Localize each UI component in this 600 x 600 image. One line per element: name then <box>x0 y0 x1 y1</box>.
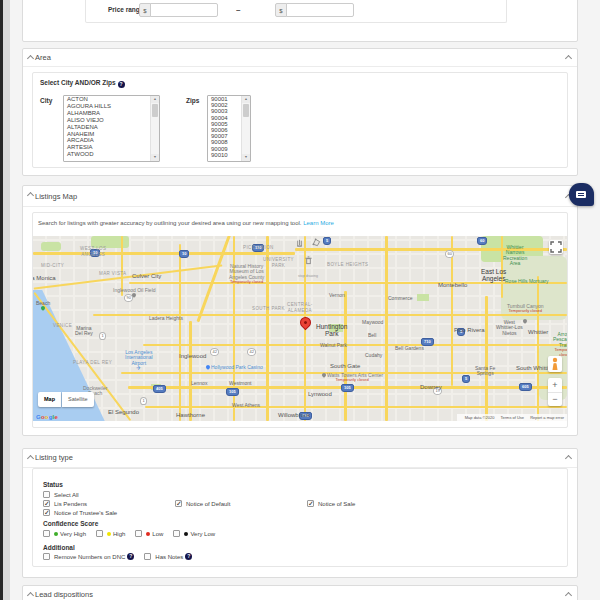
help-icon[interactable]: ? <box>118 81 125 88</box>
map-label: Rose Hills Mortuary <box>505 273 549 284</box>
checkbox-notice-of-trustees-sale[interactable]: Notice of Trustee's Sale <box>43 509 117 516</box>
city-option[interactable]: ANAHEIM <box>64 131 159 138</box>
notice-of-default-checkbox[interactable] <box>175 500 182 507</box>
additional-checkbox[interactable] <box>144 553 151 560</box>
scroll-thumb[interactable] <box>243 104 249 117</box>
zoom-in-button[interactable]: + <box>548 378 562 392</box>
confidence-checkbox[interactable] <box>43 530 50 537</box>
help-icon[interactable]: ? <box>185 553 192 560</box>
google-logo: Google <box>36 414 58 420</box>
checkbox-lis-pendens[interactable]: Lis Pendens <box>43 500 87 507</box>
map-pin-icon <box>126 366 152 372</box>
help-icon[interactable]: ? <box>127 553 134 560</box>
scroll-thumb[interactable] <box>152 104 158 117</box>
scroll-down-icon[interactable]: ▼ <box>151 154 159 161</box>
select-all-checkbox[interactable] <box>43 491 50 498</box>
price-max-input[interactable] <box>286 3 354 17</box>
collapse-chevron-icon[interactable] <box>565 55 572 62</box>
map-button[interactable]: Map <box>38 392 61 407</box>
terms-of-use-link[interactable]: Terms of Use <box>501 415 525 420</box>
map-label-text: El Segundo <box>108 409 139 415</box>
satellite-button[interactable]: Satellite <box>62 392 94 407</box>
scroll-down-icon[interactable]: ▼ <box>242 154 250 161</box>
map-label-text: East Los Angeles <box>481 268 506 282</box>
collapse-chevron-icon[interactable] <box>27 592 34 599</box>
map-label-text: Santa Fe Springs <box>475 365 495 377</box>
map-type-control[interactable]: Map Satellite <box>38 392 94 407</box>
additional-checkbox[interactable] <box>43 553 50 560</box>
draw-shape-icon[interactable] <box>312 238 321 247</box>
report-map-error-link[interactable]: Report a map error <box>530 415 564 420</box>
collapse-chevron-icon[interactable] <box>27 192 34 199</box>
confidence-checkbox[interactable] <box>96 530 103 537</box>
city-label: City <box>40 97 52 104</box>
price-min-input[interactable] <box>150 3 218 17</box>
zips-scrollbar[interactable]: ▲ ▼ <box>241 96 250 161</box>
checkbox-label: Very High <box>60 531 86 537</box>
confidence-checkbox[interactable] <box>135 530 142 537</box>
confidence-checkbox-item[interactable]: Low <box>135 530 163 537</box>
confidence-checkbox-item[interactable]: High <box>96 530 125 537</box>
chat-widget-button[interactable] <box>569 183 594 206</box>
map-label: Cudahy <box>365 347 382 358</box>
collapse-chevron-icon[interactable] <box>27 55 34 62</box>
map-label: Pico Rivera <box>454 320 485 333</box>
confidence-checkbox-item[interactable]: Very High <box>43 530 86 537</box>
map-label: Ladera Heights <box>149 310 183 321</box>
map-label: Inglewood Oil Field <box>113 282 156 299</box>
notice-of-trustees-sale-checkbox[interactable] <box>43 509 50 516</box>
collapse-chevron-icon[interactable] <box>565 455 572 462</box>
map-pin-icon <box>40 305 46 311</box>
checkbox-select-all[interactable]: Select All <box>43 491 79 498</box>
scroll-up-icon[interactable]: ▲ <box>242 96 250 103</box>
map-label-text: Willowbrook <box>278 412 310 418</box>
zoom-out-button[interactable]: − <box>548 392 562 406</box>
checkbox-notice-of-sale[interactable]: Notice of Sale <box>307 500 355 507</box>
city-option[interactable]: ALHAMBRA <box>64 110 159 117</box>
notice-of-sale-checkbox[interactable] <box>307 500 314 507</box>
city-scrollbar[interactable]: ▲ ▼ <box>150 96 159 161</box>
additional-checkbox-item[interactable]: Remove Numbers on DNC ? <box>43 553 134 560</box>
map-label-text: Los Angeles International Airport <box>125 349 153 366</box>
city-option[interactable]: ATWOOD <box>64 151 159 158</box>
map-data-text: Map data ©2020 <box>465 415 495 420</box>
city-option[interactable]: ALTADENA <box>64 124 159 131</box>
collapse-chevron-icon[interactable] <box>565 592 572 599</box>
confidence-checkbox-item[interactable]: Very Low <box>173 530 215 537</box>
collapse-chevron-icon[interactable] <box>27 455 34 462</box>
checkbox-notice-of-default[interactable]: Notice of Default <box>175 500 230 507</box>
city-option[interactable]: AGOURA HILLS <box>64 103 159 110</box>
map-label: Westmont <box>229 375 251 386</box>
map-attribution: Map data ©2020 Terms of Use Report a map… <box>457 414 567 421</box>
zips-listbox[interactable]: 9000190002900039000490005900069000790008… <box>207 95 251 162</box>
additional-checkbox-item[interactable]: Has Notes ? <box>144 553 192 560</box>
delete-icon[interactable] <box>304 256 313 265</box>
checkbox-label: Very Low <box>190 531 215 537</box>
lis-pendens-checkbox[interactable] <box>43 500 50 507</box>
map-label: Hawthorne <box>176 405 205 418</box>
pan-hand-icon[interactable] <box>295 238 304 247</box>
scroll-up-icon[interactable]: ▲ <box>151 96 159 103</box>
city-option[interactable]: ALISO VIEJO <box>64 117 159 124</box>
zoom-control[interactable]: + − <box>548 378 562 406</box>
map-label: Bell Gardens <box>395 340 424 351</box>
google-map[interactable]: 1010110560551051054057107106051142429060… <box>33 236 567 421</box>
city-option[interactable]: ARTESIA <box>64 144 159 151</box>
confidence-score-options: Very High High Low Very Low <box>43 530 225 537</box>
listings-map-header[interactable]: Listings Map <box>23 186 577 207</box>
area-header[interactable]: Area <box>23 49 577 67</box>
city-listbox[interactable]: ACTONAGOURA HILLSALHAMBRAALISO VIEJOALTA… <box>63 95 160 162</box>
checkbox-label: Remove Numbers on DNC <box>54 554 125 560</box>
fullscreen-button[interactable] <box>549 240 563 254</box>
lead-dispositions-header[interactable]: Lead dispositions <box>23 586 577 600</box>
city-option[interactable]: ACTON <box>64 96 159 103</box>
drawing-toolbar[interactable]: stop drawing <box>288 238 328 278</box>
map-label-text: Vernon <box>329 292 345 298</box>
city-option[interactable]: ARCADIA <box>64 137 159 144</box>
map-label-text: MAR VISTA <box>99 271 127 276</box>
learn-more-link[interactable]: Learn More <box>303 220 334 226</box>
listing-type-header[interactable]: Listing type <box>23 449 577 468</box>
confidence-checkbox[interactable] <box>173 530 180 537</box>
pegman-control[interactable] <box>548 356 562 372</box>
checkbox-label: High <box>113 531 125 537</box>
